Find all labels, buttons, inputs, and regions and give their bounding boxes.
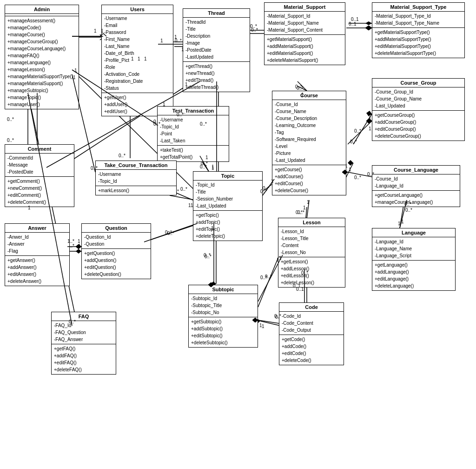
language-header: Language	[372, 228, 455, 237]
answer-attrs: -Anwer_Id -Answer -Flag	[5, 233, 69, 256]
course-group-class: Course_Group -Course_Group_Id -Course_Gr…	[372, 78, 465, 141]
take-course-transaction-methods: +markLesson()	[96, 186, 176, 195]
svg-text:1: 1	[303, 205, 306, 210]
thread-header: Thread	[183, 9, 250, 18]
comment-header: Comment	[5, 145, 74, 154]
svg-line-23	[298, 86, 307, 91]
course-language-attrs: -Course_Id -Language_Id	[372, 174, 460, 191]
svg-text:1: 1	[212, 164, 214, 169]
svg-text:0..*: 0..*	[260, 275, 267, 280]
svg-marker-80	[365, 26, 372, 30]
lesson-attrs: -Lesson_Id -Lesson_Title -Content -Lesso…	[278, 227, 345, 257]
test-transaction-attrs: -Username -Topic_Id -Point -Last_Taken	[158, 115, 229, 146]
question-attrs: -Question_Id -Question	[82, 233, 151, 249]
svg-line-110	[348, 121, 372, 144]
admin-class: Admin +manageAssessment() +manageCode() …	[5, 5, 79, 109]
svg-text:0..*: 0..*	[354, 175, 361, 180]
take-course-transaction-class: Take_Course_Transaction -Username -Topic…	[95, 161, 177, 195]
question-methods: +getQuestion() +addQuestion() +editQuest…	[82, 249, 151, 279]
course-group-attrs: -Course_Group_Id -Course_Group_Name -Las…	[372, 87, 464, 111]
lesson-class: Lesson -Lesson_Id -Lesson_Title -Content…	[278, 218, 345, 288]
svg-line-26	[353, 114, 372, 144]
svg-text:0..*: 0..*	[296, 210, 303, 215]
svg-text:0..*: 0..*	[205, 254, 212, 259]
svg-text:0..1: 0..1	[349, 21, 357, 27]
svg-text:1: 1	[212, 166, 214, 171]
faq-attrs: -FAQ_Id -FAQ_Question -FAQ_Answer	[52, 321, 116, 344]
svg-line-59	[258, 256, 279, 307]
comment-attrs: -CommentId -Message -PostedDate	[5, 154, 74, 177]
svg-line-130	[144, 223, 198, 242]
svg-text:1: 1	[78, 239, 80, 244]
comment-class: Comment -CommentId -Message -PostedDate …	[5, 144, 74, 207]
svg-text:0..*: 0..*	[180, 187, 187, 192]
language-class: Language -Language_Id -Language_Name -La…	[372, 228, 456, 291]
svg-text:1: 1	[369, 126, 371, 131]
svg-line-56	[307, 200, 309, 219]
course-group-methods: +getCourseGroup() +addCourseGroup() +edi…	[372, 111, 464, 141]
svg-line-107	[298, 81, 307, 91]
svg-line-46	[144, 223, 200, 242]
language-attrs: -Language_Id -Language_Name -Language_Sc…	[372, 237, 455, 261]
svg-text:0..*: 0..*	[200, 164, 207, 169]
svg-marker-133	[76, 244, 81, 249]
take-course-transaction-attrs: -Username -Topic_Id	[96, 170, 176, 186]
course-header: Course	[272, 91, 346, 100]
svg-text:0..1: 0..1	[351, 17, 359, 22]
test-transaction-header: Test_Transaction	[158, 107, 229, 115]
svg-line-114	[348, 172, 372, 177]
svg-text:0..*: 0..*	[204, 253, 211, 258]
admin-header: Admin	[5, 5, 79, 14]
svg-text:0..*: 0..*	[7, 138, 14, 143]
svg-text:1: 1	[188, 203, 191, 208]
svg-line-124	[177, 193, 193, 200]
svg-marker-8	[365, 21, 372, 25]
faq-methods: +getFAQ() +addFAQ() +editFAQ() +deleteFA…	[52, 344, 116, 374]
svg-text:0..*: 0..*	[354, 128, 361, 134]
material-support-methods: +getMaterialSupport() +addMaterialSuppor…	[264, 35, 345, 65]
lesson-header: Lesson	[278, 218, 345, 227]
svg-marker-31	[348, 160, 353, 166]
svg-text:1: 1	[78, 243, 81, 248]
subtopic-header: Subtopic	[189, 285, 258, 294]
svg-line-149	[258, 320, 279, 323]
svg-text:0..*: 0..*	[7, 117, 14, 122]
material-support-header: Material_Support	[264, 3, 345, 12]
svg-text:0..*: 0..*	[250, 24, 257, 29]
comment-methods: +getComment() +newComment() +editComment…	[5, 177, 74, 207]
thread-attrs: -ThreadId -Title -Description -Image -Po…	[183, 18, 250, 62]
svg-text:0..*: 0..*	[265, 274, 272, 279]
course-group-header: Course_Group	[372, 79, 464, 87]
material-support-type-class: Material_Support_Type -Material_Support_…	[372, 2, 465, 58]
code-methods: +getCode() +addCode() +editCode() +delet…	[279, 335, 344, 365]
question-header: Question	[82, 224, 151, 233]
test-transaction-methods: +takeTest() +getTotalPoint()	[158, 146, 229, 161]
svg-line-65	[260, 321, 280, 326]
language-methods: +getLanguage() +addLanguage() +editLangu…	[372, 261, 455, 290]
test-transaction-class: Test_Transaction -Username -Topic_Id -Po…	[157, 106, 229, 162]
topic-attrs: -Topic_Id -Title -Session_Number -Last_U…	[193, 181, 262, 211]
users-header: Users	[102, 5, 173, 14]
uml-diagram: 0..* 0..* 0..1 0..* 0..* 1 0..* 1 0..* 1…	[0, 0, 476, 469]
svg-text:0..*: 0..*	[263, 186, 270, 191]
material-support-type-methods: +getMaterialSupportType() +addMaterialSu…	[372, 28, 464, 58]
svg-text:0..*: 0..*	[297, 86, 304, 91]
svg-text:1: 1	[307, 200, 310, 205]
course-language-class: Course_Language -Course_Id -Language_Id …	[372, 165, 460, 207]
svg-text:0..*: 0..*	[298, 210, 304, 215]
code-header: Code	[279, 303, 344, 312]
svg-marker-111	[366, 118, 372, 124]
svg-line-153	[28, 93, 72, 326]
svg-text:0..*: 0..*	[167, 231, 174, 236]
material-support-class: Material_Support -Material_Support_Id -M…	[264, 2, 345, 65]
code-attrs: -Code_Id -Code_Content -Code_Output	[279, 312, 344, 335]
users-attrs: -Username -Email -Password -First_Name -…	[102, 14, 173, 93]
admin-methods: +manageAssessment() +manageCode() +manag…	[5, 16, 79, 109]
course-attrs: -Course_Id -Course_Name -Course_Descript…	[272, 100, 346, 165]
material-support-attrs: -Material_Support_Id -Material_Support_N…	[264, 12, 345, 35]
svg-line-140	[306, 207, 307, 218]
svg-text:0..*: 0..*	[295, 84, 302, 89]
users-class: Users -Username -Email -Password -First_…	[101, 5, 173, 116]
svg-text:1: 1	[94, 28, 97, 34]
subtopic-class: Subtopic -Subtopic_Id -Subtopic_Title -S…	[188, 285, 258, 348]
